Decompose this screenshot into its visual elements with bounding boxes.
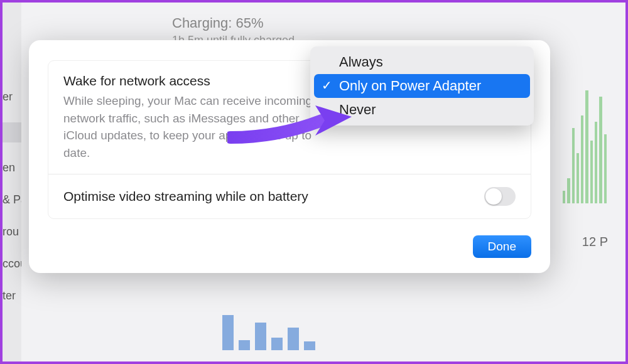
sidebar-fragment: ccounts <box>3 257 21 270</box>
wake-description: While sleeping, your Mac can receive inc… <box>63 92 327 161</box>
toggle-knob <box>485 188 502 205</box>
sidebar-fragment: rou <box>3 225 21 238</box>
optimise-video-row: Optimise video streaming while on batter… <box>48 174 531 218</box>
background-sidebar: er en & Pa rou ccounts ter <box>3 3 21 361</box>
axis-label: 12 P <box>582 235 608 249</box>
background-blue-chart <box>222 300 348 350</box>
wake-mode-dropdown[interactable]: AlwaysOnly on Power AdapterNever <box>310 46 534 126</box>
dropdown-option-always[interactable]: Always <box>314 50 530 74</box>
charging-status: Charging: 65% <box>172 15 264 31</box>
dropdown-option-never[interactable]: Never <box>314 98 530 122</box>
sidebar-fragment: en <box>3 161 21 174</box>
sidebar-fragment: er <box>3 90 21 104</box>
optimise-toggle[interactable] <box>484 187 516 206</box>
dialog-footer: Done <box>48 235 531 258</box>
sidebar-fragment: & Pa <box>3 193 21 206</box>
done-button[interactable]: Done <box>473 235 531 258</box>
optimise-label: Optimise video streaming while on batter… <box>63 189 308 204</box>
background-green-chart <box>563 78 607 203</box>
sidebar-fragment: ter <box>3 289 21 302</box>
sidebar-fragment-selected <box>3 122 21 142</box>
dropdown-option-only-on-power-adapter[interactable]: Only on Power Adapter <box>314 74 530 98</box>
